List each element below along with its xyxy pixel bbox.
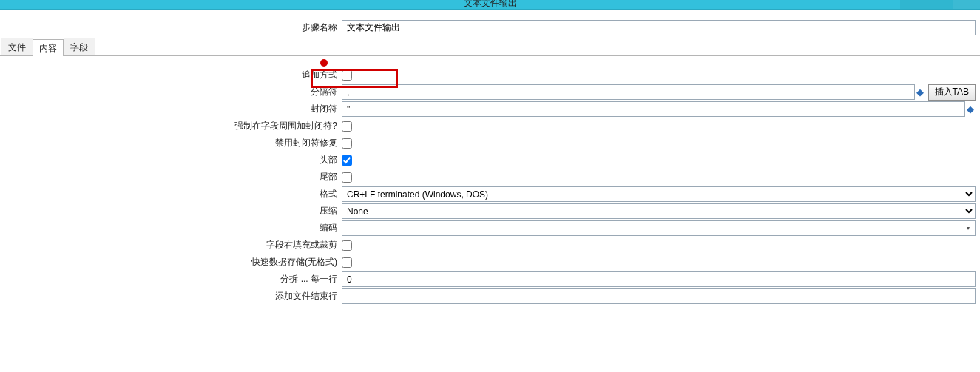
enclosure-label: 封闭符 — [0, 103, 342, 115]
chevron-down-icon: ▾ — [963, 225, 973, 231]
pad-or-trim-label: 字段右填充或裁剪 — [0, 239, 342, 251]
fast-dump-checkbox[interactable] — [342, 257, 352, 268]
compression-select[interactable]: None — [342, 203, 976, 219]
append-checkbox[interactable] — [342, 70, 352, 81]
encoding-label: 编码 — [0, 222, 342, 234]
split-every-label: 分拆 ... 每一行 — [0, 273, 342, 285]
force-enclosure-checkbox[interactable] — [342, 121, 352, 132]
footer-label: 尾部 — [0, 171, 342, 183]
pad-or-trim-checkbox[interactable] — [342, 240, 352, 251]
minimize-button[interactable] — [900, 0, 927, 9]
append-label: 追加方式 — [0, 69, 342, 81]
maximize-button[interactable] — [927, 0, 953, 9]
enclosure-variable-icon[interactable]: ◆ — [965, 104, 976, 115]
separator-variable-icon[interactable]: ◆ — [915, 87, 925, 98]
window-titlebar: 文本文件输出 — [0, 0, 980, 10]
format-select[interactable]: CR+LF terminated (Windows, DOS) — [342, 186, 976, 202]
step-name-label: 步骤名称 — [0, 21, 342, 34]
insert-tab-button[interactable]: 插入TAB — [928, 84, 976, 101]
fast-dump-label: 快速数据存储(无格式) — [0, 256, 342, 268]
tab-fields[interactable]: 字段 — [64, 38, 95, 55]
split-every-input[interactable] — [342, 271, 976, 287]
tab-bar: 文件 内容 字段 — [0, 40, 980, 56]
tab-content[interactable]: 内容 — [33, 39, 64, 56]
step-name-input[interactable] — [342, 20, 976, 35]
disable-enclosure-fix-label: 禁用封闭符修复 — [0, 137, 342, 149]
header-label: 头部 — [0, 154, 342, 166]
footer-checkbox[interactable] — [342, 172, 352, 183]
header-checkbox[interactable] — [342, 155, 352, 166]
compression-label: 压缩 — [0, 205, 342, 217]
tab-file[interactable]: 文件 — [1, 38, 33, 55]
add-ending-line-input[interactable] — [342, 288, 976, 304]
format-label: 格式 — [0, 188, 342, 200]
disable-enclosure-fix-checkbox[interactable] — [342, 138, 352, 149]
force-enclosure-label: 强制在字段周围加封闭符? — [0, 120, 342, 132]
separator-label: 分隔符 — [0, 86, 342, 98]
encoding-select[interactable]: ▾ — [342, 220, 976, 236]
enclosure-input[interactable] — [342, 101, 965, 117]
separator-input[interactable] — [342, 84, 915, 100]
close-button[interactable] — [953, 0, 980, 9]
add-ending-line-label: 添加文件结束行 — [0, 290, 342, 302]
window-title: 文本文件输出 — [464, 0, 517, 10]
